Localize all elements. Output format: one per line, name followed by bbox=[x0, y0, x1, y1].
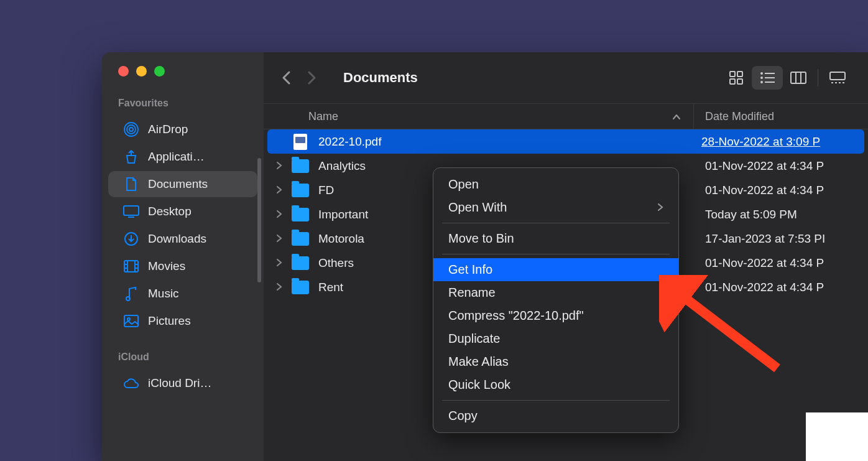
svg-rect-21 bbox=[765, 73, 775, 74]
file-date-modified: 01-Nov-2022 at 4:34 P bbox=[694, 281, 868, 294]
context-menu: OpenOpen WithMove to BinGet InfoRenameCo… bbox=[433, 167, 679, 433]
sidebar-item-music[interactable]: Music bbox=[108, 281, 257, 307]
svg-point-24 bbox=[760, 81, 763, 83]
column-header-name[interactable]: Name bbox=[308, 110, 672, 123]
sidebar: FavouritesAirDropApplicati…DocumentsDesk… bbox=[102, 52, 264, 461]
sidebar-item-airdrop[interactable]: AirDrop bbox=[108, 116, 257, 142]
window-traffic-lights bbox=[102, 66, 264, 77]
sidebar-item-label: AirDrop bbox=[148, 123, 188, 136]
sidebar-item-label: Desktop bbox=[148, 205, 192, 218]
sidebar-item-document[interactable]: Documents bbox=[108, 171, 257, 197]
column-date-label: Date Modified bbox=[705, 110, 774, 123]
menu-item[interactable]: Compress "2022-10.pdf" bbox=[433, 304, 678, 327]
sidebar-scrollbar[interactable] bbox=[257, 158, 261, 282]
menu-separator bbox=[442, 400, 670, 401]
svg-rect-19 bbox=[737, 79, 742, 84]
toolbar: Documents bbox=[264, 52, 868, 103]
pictures-icon bbox=[123, 313, 139, 329]
disclosure-chevron-icon[interactable] bbox=[276, 208, 291, 221]
menu-item[interactable]: Copy bbox=[433, 404, 678, 427]
sidebar-section-header: iCloud bbox=[102, 352, 264, 369]
svg-point-13 bbox=[126, 297, 130, 300]
minimize-window-button[interactable] bbox=[136, 66, 147, 77]
list-view-button[interactable] bbox=[752, 66, 783, 90]
sidebar-item-pictures[interactable]: Pictures bbox=[108, 308, 257, 334]
sidebar-item-label: Downloads bbox=[148, 232, 206, 246]
sidebar-item-movies[interactable]: Movies bbox=[108, 253, 257, 279]
menu-item-label: Make Alias bbox=[448, 355, 509, 369]
sidebar-item-desktop[interactable]: Desktop bbox=[108, 198, 257, 225]
sidebar-item-label: Pictures bbox=[148, 314, 191, 328]
menu-item[interactable]: Open bbox=[433, 173, 678, 196]
menu-item[interactable]: Open With bbox=[433, 196, 678, 219]
sidebar-section-header: Favourites bbox=[102, 98, 264, 115]
file-date-modified: 01-Nov-2022 at 4:34 P bbox=[694, 256, 868, 270]
file-date-modified: 28-Nov-2022 at 3:09 P bbox=[690, 135, 864, 149]
pdf-file-icon bbox=[291, 134, 310, 149]
svg-point-20 bbox=[760, 72, 763, 75]
folder-icon bbox=[291, 207, 310, 222]
menu-item[interactable]: Move to Bin bbox=[433, 227, 678, 250]
window-title: Documents bbox=[343, 70, 418, 86]
column-header-date[interactable]: Date Modified bbox=[694, 110, 868, 123]
svg-rect-14 bbox=[124, 315, 138, 327]
menu-item[interactable]: Rename bbox=[433, 281, 678, 304]
disclosure-chevron-icon[interactable] bbox=[276, 256, 291, 270]
fullscreen-window-button[interactable] bbox=[154, 66, 165, 77]
sidebar-item-label: Movies bbox=[148, 259, 185, 273]
file-date-modified: 01-Nov-2022 at 4:34 P bbox=[694, 159, 868, 173]
menu-item-label: Rename bbox=[448, 286, 496, 300]
menu-item-label: Duplicate bbox=[448, 332, 500, 346]
menu-item[interactable]: Make Alias bbox=[433, 350, 678, 373]
sidebar-item-icloud[interactable]: iCloud Dri… bbox=[108, 370, 257, 396]
menu-item-label: Copy bbox=[448, 409, 478, 423]
sidebar-item-label: Applicati… bbox=[148, 150, 205, 164]
desktop-icon bbox=[123, 203, 139, 220]
file-date-modified: Today at 5:09 PM bbox=[694, 208, 868, 221]
file-row[interactable]: 2022-10.pdf28-Nov-2022 at 3:09 P bbox=[267, 129, 864, 154]
disclosure-chevron-icon[interactable] bbox=[276, 281, 291, 294]
forward-button[interactable] bbox=[305, 70, 320, 85]
svg-rect-29 bbox=[830, 72, 845, 80]
svg-rect-25 bbox=[765, 81, 775, 83]
view-controls bbox=[721, 66, 853, 90]
applications-icon bbox=[123, 149, 139, 165]
svg-rect-18 bbox=[730, 79, 735, 84]
folder-icon bbox=[291, 256, 310, 271]
svg-point-15 bbox=[127, 318, 130, 320]
menu-item-label: Open bbox=[448, 177, 479, 192]
menu-item[interactable]: Get Info bbox=[433, 258, 678, 281]
sidebar-item-label: Music bbox=[148, 287, 179, 300]
icon-view-button[interactable] bbox=[721, 66, 752, 90]
disclosure-chevron-icon[interactable] bbox=[276, 232, 291, 246]
menu-separator bbox=[442, 254, 670, 254]
back-button[interactable] bbox=[279, 70, 293, 85]
svg-rect-3 bbox=[124, 206, 139, 215]
sort-indicator-icon[interactable] bbox=[672, 110, 681, 123]
menu-item-label: Get Info bbox=[448, 263, 492, 277]
sidebar-item-downloads[interactable]: Downloads bbox=[108, 226, 257, 252]
gallery-view-button[interactable] bbox=[822, 66, 853, 90]
svg-rect-6 bbox=[124, 261, 138, 272]
movies-icon bbox=[123, 258, 139, 274]
disclosure-chevron-icon[interactable] bbox=[276, 159, 291, 173]
menu-item[interactable]: Duplicate bbox=[433, 327, 678, 350]
menu-item-label: Move to Bin bbox=[448, 231, 514, 246]
sidebar-item-label: Documents bbox=[148, 177, 208, 191]
folder-icon bbox=[291, 280, 310, 295]
menu-item[interactable]: Quick Look bbox=[433, 373, 678, 396]
close-window-button[interactable] bbox=[118, 66, 129, 77]
view-separator bbox=[818, 69, 818, 86]
column-header-row: Name Date Modified bbox=[264, 103, 868, 129]
folder-icon bbox=[291, 231, 310, 246]
svg-rect-23 bbox=[765, 77, 775, 78]
disclosure-chevron-icon[interactable] bbox=[276, 184, 291, 197]
downloads-icon bbox=[123, 231, 139, 247]
svg-rect-26 bbox=[791, 72, 806, 83]
sidebar-item-applications[interactable]: Applicati… bbox=[108, 144, 257, 170]
music-icon bbox=[123, 286, 139, 302]
menu-item-label: Open With bbox=[448, 200, 507, 215]
menu-item-label: Compress "2022-10.pdf" bbox=[448, 309, 584, 323]
column-view-button[interactable] bbox=[783, 66, 814, 90]
chevron-right-icon bbox=[657, 200, 663, 215]
